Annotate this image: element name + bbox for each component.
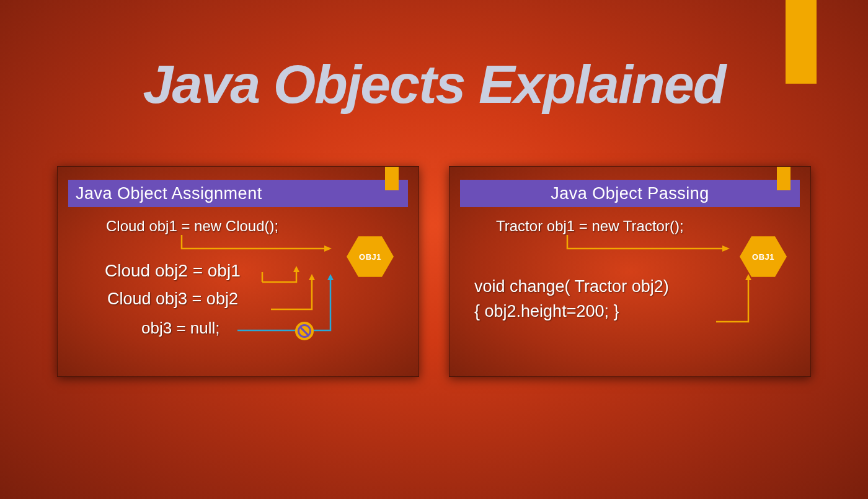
panel-header-assignment: Java Object Assignment (68, 180, 408, 207)
hex-label: OBJ1 (359, 252, 381, 262)
code-line: obj3 = null; (141, 319, 219, 338)
arrow-tractor-obj1-to-hex (567, 235, 741, 260)
code-line: Tractor obj1 = new Tractor(); (496, 218, 684, 235)
accent-bar-top (786, 0, 817, 84)
panel-accent-bar (777, 167, 790, 190)
arrow-obj1-to-hex (182, 235, 343, 260)
svg-marker-6 (722, 245, 730, 252)
arrow-change-to-hex (716, 278, 790, 328)
panel-body-passing: Tractor obj1 = new Tractor(); void chang… (450, 210, 810, 376)
panels-container: Java Object Assignment Cloud obj1 = new … (57, 166, 811, 377)
page-title: Java Objects Explained (143, 53, 725, 116)
object-hexagon: OBJ1 (347, 236, 394, 277)
code-line: Cloud obj3 = obj2 (107, 289, 238, 309)
panel-header-passing: Java Object Passing (460, 180, 800, 207)
code-line: Cloud obj2 = obj1 (105, 261, 241, 281)
hex-label: OBJ1 (752, 252, 774, 262)
svg-marker-1 (324, 245, 332, 252)
null-block-icon (295, 322, 314, 340)
panel-assignment: Java Object Assignment Cloud obj1 = new … (57, 166, 419, 377)
panel-body-assignment: Cloud obj1 = new Cloud(); Cloud obj2 = o… (58, 210, 418, 376)
code-line: { obj2.height=200; } (474, 302, 619, 321)
panel-passing: Java Object Passing Tractor obj1 = new T… (449, 166, 811, 377)
code-line: void change( Tractor obj2) (474, 277, 669, 296)
object-hexagon: OBJ1 (740, 236, 787, 277)
code-line: Cloud obj1 = new Cloud(); (106, 218, 278, 235)
svg-marker-2 (293, 266, 299, 272)
panel-accent-bar (385, 167, 399, 190)
